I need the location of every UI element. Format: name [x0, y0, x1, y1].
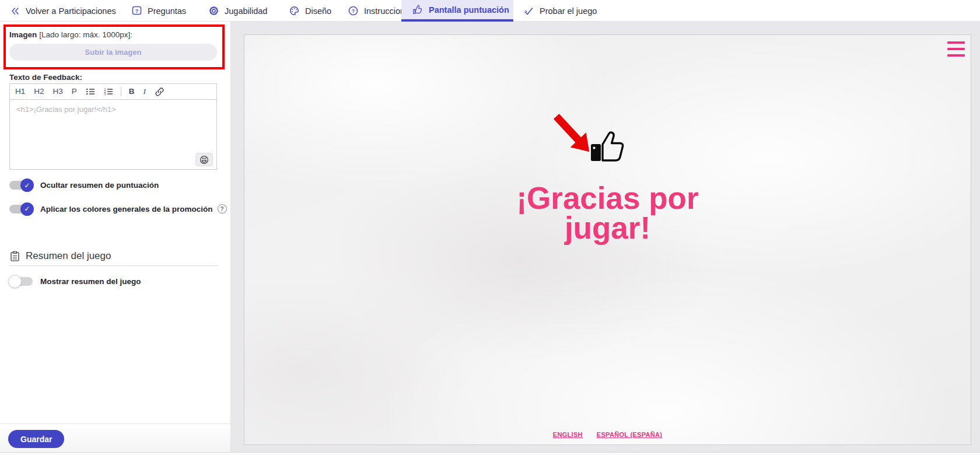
section-title: Resumen del juego — [26, 250, 111, 262]
help-icon[interactable]: ? — [218, 204, 227, 214]
link-icon — [155, 87, 164, 97]
ordered-list-button[interactable]: 123 — [103, 87, 114, 96]
image-label-bold: Imagen — [9, 30, 37, 39]
back-label: Volver a Participaciones — [26, 6, 116, 16]
save-button[interactable]: Guardar — [8, 430, 64, 448]
section-divider — [9, 265, 218, 266]
toggle-label: Mostrar resumen del juego — [40, 277, 141, 286]
bullet-list-button[interactable] — [85, 87, 96, 96]
tab-label: Diseño — [305, 6, 331, 16]
palette-icon — [289, 6, 299, 16]
feedback-text-input[interactable]: <h1>¡Gracias por jugar!</h1> — [10, 100, 216, 170]
toggle-row-hide-score-summary: ✓ Ocultar resumen de puntuación — [9, 181, 159, 190]
back-to-participations-link[interactable]: Volver a Participaciones — [10, 0, 116, 22]
apply-promo-colors-toggle[interactable]: ✓ — [9, 205, 33, 214]
bullet-list-icon — [86, 87, 95, 96]
show-game-summary-toggle[interactable] — [9, 277, 33, 286]
tab-diseno[interactable]: Diseño — [289, 0, 331, 22]
language-switcher: ENGLISH ESPAÑOL (ESPAÑA) — [244, 431, 971, 438]
h3-button[interactable]: H3 — [52, 88, 64, 96]
preview-area: ¡Gracias por jugar! ENGLISH ESPAÑOL (ESP… — [231, 22, 980, 455]
double-chevron-left-icon — [10, 6, 20, 16]
bold-button[interactable]: B — [128, 88, 136, 96]
feedback-field-label: Texto de Feedback: — [9, 73, 82, 82]
ordered-list-icon: 123 — [104, 87, 113, 96]
feedback-placeholder: <h1>¡Gracias por jugar!</h1> — [16, 105, 116, 114]
h1-button[interactable]: H1 — [14, 88, 26, 96]
h2-button[interactable]: H2 — [33, 88, 45, 96]
game-preview-panel: ¡Gracias por jugar! ENGLISH ESPAÑOL (ESP… — [244, 34, 971, 445]
toggle-label: Aplicar los colores generales de la prom… — [40, 205, 213, 214]
question-square-icon: ? — [132, 6, 142, 16]
gear-icon — [209, 6, 219, 16]
double-check-icon — [523, 6, 534, 16]
tab-label: Preguntas — [148, 6, 186, 16]
italic-button[interactable]: I — [142, 88, 148, 96]
tab-label: Pantalla puntuación — [429, 5, 509, 15]
thumbs-up-outline-icon — [590, 131, 627, 163]
feedback-rich-text-editor: H1 H2 H3 P 123 B I <h1>¡Gracias por juga… — [9, 83, 217, 170]
svg-text:?: ? — [135, 8, 139, 14]
link-button[interactable] — [153, 87, 166, 97]
tab-probar-el-juego[interactable]: Probar el juego — [523, 0, 597, 22]
language-link-english[interactable]: ENGLISH — [553, 431, 583, 438]
tab-jugabilidad[interactable]: Jugabilidad — [209, 0, 267, 22]
upload-image-button[interactable]: Subir la imagen — [9, 44, 217, 61]
tab-label: Probar el juego — [540, 6, 597, 16]
hamburger-menu-icon[interactable] — [947, 41, 965, 57]
thumbs-up-icon — [412, 5, 423, 15]
bottom-edge-strip — [0, 452, 980, 455]
language-link-spanish[interactable]: ESPAÑOL (ESPAÑA) — [597, 431, 662, 438]
top-nav: Volver a Participaciones ? Preguntas Jug… — [0, 0, 980, 22]
toolbar-separator — [121, 87, 121, 96]
toggle-label: Ocultar resumen de puntuación — [40, 181, 159, 190]
image-label-hint: [Lado largo: máx. 1000px]: — [39, 30, 132, 39]
thank-you-heading: ¡Gracias por jugar! — [244, 183, 971, 243]
svg-text:?: ? — [352, 8, 355, 14]
game-summary-section-header: Resumen del juego — [9, 250, 111, 262]
tab-label: Jugabilidad — [225, 6, 267, 16]
paragraph-button[interactable]: P — [71, 88, 78, 96]
image-field-label: Imagen[Lado largo: máx. 1000px]: — [9, 30, 132, 39]
svg-text:3: 3 — [104, 92, 106, 96]
check-icon: ✓ — [24, 205, 30, 213]
editor-toolbar: H1 H2 H3 P 123 B I — [10, 84, 216, 100]
tab-pantalla-puntuacion[interactable]: Pantalla puntuación — [401, 0, 513, 22]
question-circle-icon: ? — [348, 6, 358, 16]
check-icon: ✓ — [24, 181, 30, 190]
smiley-emoji-icon — [200, 155, 209, 164]
toggle-row-apply-promo-colors: ✓ Aplicar los colores generales de la pr… — [9, 204, 227, 214]
settings-sidebar: Imagen[Lado largo: máx. 1000px]: Subir l… — [0, 22, 231, 455]
clipboard-icon — [9, 251, 20, 262]
toggle-row-show-game-summary: Mostrar resumen del juego — [9, 277, 141, 286]
sidebar-footer: Guardar — [0, 424, 230, 455]
tab-preguntas[interactable]: ? Preguntas — [132, 0, 186, 22]
hide-score-summary-toggle[interactable]: ✓ — [9, 181, 33, 190]
emoji-picker-button[interactable] — [195, 153, 213, 166]
